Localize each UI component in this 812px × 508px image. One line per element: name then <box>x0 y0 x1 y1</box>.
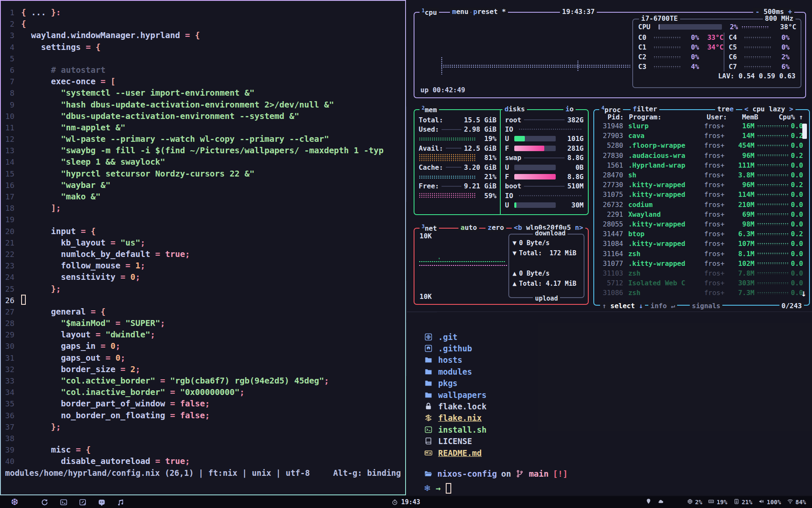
folder-icon <box>424 355 433 364</box>
process-row[interactable]: 31447btopfros+6.3M0.2 <box>594 229 809 239</box>
process-row[interactable]: 2291Xwaylandfros+69M0.0 <box>594 210 809 219</box>
proc-scroll-down-icon[interactable]: ↓ <box>801 290 807 298</box>
net-zero-toggle[interactable]: zero <box>486 224 506 232</box>
taskbar-clock[interactable]: 19:43 <box>0 498 812 506</box>
proc-sort-selector[interactable]: < cpu lazy > <box>742 105 796 113</box>
code-line: 24 sensitivity = 0; <box>1 271 405 283</box>
header-cpu[interactable]: Cpu% ↑ <box>758 113 803 121</box>
header-pid[interactable]: Pid: <box>597 113 624 121</box>
process-row[interactable]: 31084.kitty-wrappedfros+107M0.0 <box>594 239 809 248</box>
code-line: 14 "sleep 1 && swaylock" <box>1 156 405 168</box>
shell-prompt-line2[interactable]: ❄ → <box>424 482 812 494</box>
process-cell: 96M <box>733 152 754 160</box>
process-row[interactable]: 31075.kitty-wrappedfros+114M0.0 <box>594 190 809 199</box>
process-row[interactable]: 27730.kitty-wrappedfros+96M0.2 <box>594 180 809 190</box>
process-row[interactable]: 31103zshfros+7.8M0.0 <box>594 268 809 278</box>
line-content <box>21 295 26 306</box>
prompt-git-status: [!] <box>553 469 568 479</box>
process-cell: 454M <box>733 141 754 149</box>
proc-box-title[interactable]: 4proc <box>599 105 623 114</box>
process-cpu-value: 0.0 <box>791 201 803 209</box>
proc-signals-hint[interactable]: signals <box>690 302 722 310</box>
process-row[interactable]: 31086zshfros+7.3M0.0 <box>594 288 809 298</box>
line-number: 13 <box>1 145 21 156</box>
process-cell: 98M <box>733 220 754 228</box>
process-row[interactable]: 28055.kitty-wrappedfros+98M0.0 <box>594 219 809 229</box>
line-number: 20 <box>1 226 21 237</box>
lock-icon <box>424 402 433 411</box>
process-row[interactable]: 1561.Hyprland-wrapfros+111M0.0 <box>594 160 809 170</box>
process-row[interactable]: 26732codiumfros+210M0.0 <box>594 200 809 210</box>
disk-usage-bar <box>514 165 556 170</box>
file-name: README.md <box>438 448 482 458</box>
token: "$mainMod" <box>61 318 110 328</box>
process-cell: Isolated Web C <box>623 279 704 287</box>
mem-stat-value: 15.5 GiB <box>464 116 497 124</box>
process-cpu-graph <box>757 174 788 177</box>
process-row[interactable]: 31077.kitty-wrappedfros+102M0.0 <box>594 259 809 268</box>
mem-box-title[interactable]: 2mem <box>420 105 439 114</box>
token: false <box>180 399 205 409</box>
token: "0x00000000" <box>180 387 240 397</box>
proc-info-hint[interactable]: info ↵ <box>648 302 677 310</box>
folder-open-icon <box>424 469 433 478</box>
file-name: flake.lock <box>438 402 486 411</box>
disk-usage-row: U0B <box>505 163 584 172</box>
net-auto-toggle[interactable]: auto <box>458 224 479 232</box>
proc-select-hint[interactable]: ↑ select ↓ <box>600 302 645 310</box>
line-number: 40 <box>1 456 21 467</box>
token <box>21 318 61 328</box>
net-box-title[interactable]: 3net <box>420 224 439 232</box>
process-row[interactable]: 27903cavafros+14M0.2 <box>594 131 809 141</box>
process-cell: fros+ <box>704 152 733 160</box>
proc-scrollbar-thumb[interactable] <box>802 124 807 139</box>
token: ; <box>135 272 140 282</box>
token: "col.inactive_border" <box>61 387 165 397</box>
token: ; <box>140 238 145 248</box>
proc-table[interactable]: 31948slurpfros+16M0.027903cavafros+14M0.… <box>594 121 809 298</box>
header-user[interactable]: User: <box>707 113 736 121</box>
menu-button[interactable]: menu <box>450 8 471 16</box>
core-percent: 2% <box>774 53 790 61</box>
process-row[interactable]: 31164zshfros+8.1M0.0 <box>594 248 809 258</box>
token: ; <box>185 456 190 466</box>
upload-label: upload <box>533 295 560 302</box>
token: ; <box>160 318 165 328</box>
process-cell: fros+ <box>704 161 733 169</box>
io-mode-toggle[interactable]: io <box>563 105 576 113</box>
process-row[interactable]: 5280.floorp-wrappefros+454M0.0 <box>594 141 809 150</box>
process-row[interactable]: 27830.audacious-wrafros+96M0.2 <box>594 151 809 160</box>
header-memb[interactable]: MemB <box>736 113 758 121</box>
terminal-window[interactable]: .git.githubhostsmodulespkgswallpapersfla… <box>407 312 812 495</box>
code-line: 22 numlock_by_default = true; <box>1 248 405 260</box>
mem-stat-label: Avail: <box>419 144 443 152</box>
token: gaps_out <box>21 353 106 363</box>
editor-code-area[interactable]: 1{ ... }:2{3 wayland.windowManager.hyprl… <box>1 1 405 478</box>
clock-readout: 19:43:37 <box>560 8 597 16</box>
file-name: install.sh <box>438 425 486 434</box>
cpu-frequency-readout: 800 MHz <box>763 14 796 22</box>
token: = <box>121 272 130 282</box>
disk-bar-label: F <box>505 173 511 181</box>
preset-button[interactable]: preset * <box>471 8 508 16</box>
process-row[interactable]: 28470shfros+3.8M0.0 <box>594 170 809 180</box>
mem-stat-value: 9.21 GiB <box>464 182 497 190</box>
proc-filter-button[interactable]: filter <box>631 105 659 113</box>
core-name: C5 <box>729 43 741 51</box>
cpu-box-title[interactable]: 1cpu <box>420 8 439 17</box>
process-cpu-value: 0.2 <box>791 152 803 160</box>
proc-tree-toggle[interactable]: tree <box>715 105 736 113</box>
line-content: misc = { <box>21 444 91 456</box>
process-cell: 31084 <box>597 240 623 248</box>
disks-toggle[interactable]: disks <box>502 105 527 113</box>
core-mini-graph <box>653 46 680 49</box>
process-row[interactable]: 5712Isolated Web Cfros+303M0.0 <box>594 278 809 288</box>
core-row: C76% <box>729 62 796 72</box>
line-number: 27 <box>1 306 21 318</box>
token <box>21 422 51 432</box>
header-program[interactable]: Program: <box>624 113 707 121</box>
code-line: 3 wayland.windowManager.hyprland = { <box>1 30 405 41</box>
process-row[interactable]: 31948slurpfros+16M0.0 <box>594 121 809 131</box>
code-line: 26 <box>1 295 405 306</box>
line-number: 12 <box>1 133 21 145</box>
